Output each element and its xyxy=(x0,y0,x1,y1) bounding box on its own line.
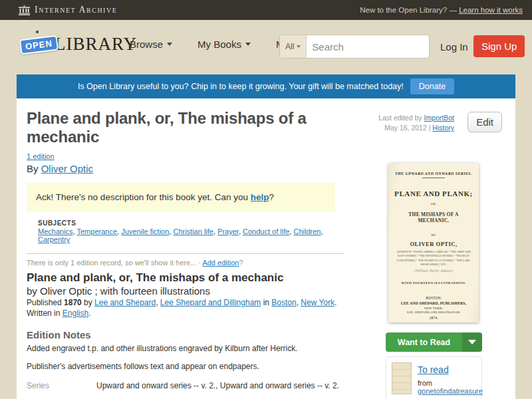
cover-by-line: BY xyxy=(393,233,474,237)
nav-browse[interactable]: Browse xyxy=(130,39,172,50)
subjects-label: Subjects xyxy=(38,219,351,227)
section-divider xyxy=(27,253,344,254)
cover-or-line: OR, xyxy=(393,202,474,205)
subject-link[interactable]: Prayer xyxy=(217,227,239,235)
nav-my-books[interactable]: My Books xyxy=(198,39,251,50)
cover-illustrations-line: WITH FOURTEEN ILLUSTRATIONS. xyxy=(393,281,474,285)
subject-link[interactable]: Juvenile fiction xyxy=(121,227,169,235)
book-cover[interactable]: THE UPWARD AND ONWARD SERIES. PLANE AND … xyxy=(388,163,479,323)
reading-log-from: from gonetofindatreasure xyxy=(418,379,483,395)
editions-count-link[interactable]: 1 edition xyxy=(27,152,55,160)
open-sign: OPEN xyxy=(19,31,53,57)
edition-byline: by Oliver Optic ; with fourteen illustra… xyxy=(27,285,351,297)
subject-link[interactable]: Mechanics xyxy=(38,227,73,235)
inline-text: , xyxy=(156,298,160,307)
edition-note: Publisher's advertisements follows text … xyxy=(27,362,351,371)
subject-link[interactable]: Conduct of life xyxy=(243,227,289,235)
subject-link[interactable]: Carpentry xyxy=(38,235,70,243)
subject-link[interactable]: Temperance xyxy=(77,227,118,235)
topbar-right-text: New to the Open Library? — xyxy=(360,6,459,14)
open-library-logo[interactable]: OPEN LIBRARY xyxy=(19,31,137,57)
cover-rule xyxy=(422,178,445,178)
book-sidebar: THE UPWARD AND ONWARD SERIES. PLANE AND … xyxy=(384,98,482,399)
edition-notice-text: ? xyxy=(239,259,243,267)
internet-archive-wordmark: Internet Archive xyxy=(35,5,117,15)
series-label: Series xyxy=(27,381,96,390)
no-description-text: ? xyxy=(269,192,275,202)
published-by: by xyxy=(82,298,94,307)
chevron-down-icon xyxy=(167,43,172,46)
edition-notice: There is only 1 edition record, so we'll… xyxy=(27,259,351,267)
reading-log-user-link[interactable]: gonetofindatreasure xyxy=(418,387,483,395)
chevron-down-icon xyxy=(468,340,476,344)
no-description-box: Ack! There's no description for this boo… xyxy=(27,183,335,211)
cover-author-line: OLIVER OPTIC, xyxy=(393,241,474,247)
no-description-text: Ack! There's no description for this boo… xyxy=(36,192,251,202)
help-link[interactable]: help xyxy=(251,192,269,202)
subjects-section: Subjects Mechanics, Temperance, Juvenile… xyxy=(38,219,351,243)
edition-title: Plane and plank, or, The mishaps of a me… xyxy=(27,271,351,285)
subject-link[interactable]: Christian life xyxy=(173,227,213,235)
inline-text: , xyxy=(321,227,323,235)
to-read-link[interactable]: To read xyxy=(418,364,449,375)
internet-archive-logo[interactable]: Internet Archive xyxy=(19,5,117,15)
published-prefix: Published xyxy=(27,298,64,307)
nail-dot-icon xyxy=(36,31,39,33)
reading-log-text: To read from gonetofindatreasure xyxy=(418,362,483,395)
series-row: Series Upward and onward series -- v. 2.… xyxy=(27,381,351,390)
search-box: All xyxy=(279,35,430,59)
cover-city1-line: BOSTON: xyxy=(393,296,474,300)
from-text: from xyxy=(418,379,432,387)
reading-log-card: To read from gonetofindatreasure xyxy=(386,356,482,399)
subject-link[interactable]: Children xyxy=(293,227,321,235)
bullet: · xyxy=(196,259,202,267)
publisher-link[interactable]: Lee Shepard and Dillingham xyxy=(160,298,261,307)
book-author-byline: By Oliver Optic xyxy=(27,163,351,174)
cover-year-line: 1874. xyxy=(393,316,474,320)
chevron-down-icon xyxy=(245,43,251,46)
publisher-link[interactable]: Lee and Shepard xyxy=(94,298,156,307)
cover-city2-line: NEW YORK: xyxy=(393,307,474,310)
donate-button[interactable]: Donate xyxy=(410,78,454,94)
log-in-link[interactable]: Log In xyxy=(440,41,468,53)
search-scope-dropdown[interactable]: All xyxy=(280,35,307,58)
donation-banner: Is Open Library useful to you? Chip in t… xyxy=(17,74,515,98)
chevron-down-icon xyxy=(297,45,301,48)
edition-notes-heading: Edition Notes xyxy=(27,329,351,340)
reading-log-thumbnail[interactable] xyxy=(392,362,412,394)
written-in-text: Written in xyxy=(27,309,63,318)
edition-note: Added engraved t.p. and other illustrati… xyxy=(27,344,351,353)
inline-text: . xyxy=(334,298,336,307)
page-title: Plane and plank, or, The mishaps of a me… xyxy=(27,98,351,146)
want-to-read-label: Want to Read xyxy=(386,332,462,352)
learn-how-link[interactable]: Learn how it works xyxy=(459,6,523,14)
library-wordmark: LIBRARY xyxy=(55,34,137,55)
written-in-line: Written in English. xyxy=(27,309,351,318)
edition-notice-text: There is only 1 edition record, so we'll… xyxy=(27,259,196,267)
search-input[interactable] xyxy=(307,41,430,53)
published-in: in xyxy=(261,298,271,307)
cover-series-line: THE UPWARD AND ONWARD SERIES. xyxy=(393,172,474,176)
cover-title-line: PLANE AND PLANK; xyxy=(393,190,474,198)
language-link[interactable]: English xyxy=(63,309,88,318)
publish-year: 1870 xyxy=(64,298,82,307)
cover-publisher2-line: LEE, SHEPARD AND DILLINGHAM. xyxy=(393,311,474,314)
want-to-read-dropdown[interactable] xyxy=(462,332,482,352)
place-link[interactable]: Boston xyxy=(271,298,296,307)
inline-text: . xyxy=(88,309,90,318)
cover-subtitle-line: THE MISHAPS OF A MECHANIC. xyxy=(393,211,474,223)
want-to-read-button[interactable]: Want to Read xyxy=(386,332,482,352)
add-edition-link[interactable]: Add edition xyxy=(202,259,239,267)
banner-message: Is Open Library useful to you? Chip in t… xyxy=(78,82,404,91)
book-main-column: Plane and plank, or, The mishaps of a me… xyxy=(27,98,351,399)
cover-publisher1-line: LEE AND SHEPARD, PUBLISHERS, xyxy=(393,301,474,305)
published-line: Published 1870 by Lee and Shepard, Lee S… xyxy=(27,298,351,307)
topbar-right-message: New to the Open Library? — Learn how it … xyxy=(360,6,523,14)
open-library-header: OPEN LIBRARY Browse My Books More All Lo… xyxy=(0,20,532,74)
author-link[interactable]: Oliver Optic xyxy=(41,163,93,174)
place-link[interactable]: New York xyxy=(301,298,334,307)
internet-archive-building-icon xyxy=(19,5,30,15)
sign-up-button[interactable]: Sign Up xyxy=(473,35,525,57)
by-prefix: By xyxy=(27,163,41,174)
book-page-card: Last edited by ImportBot May 16, 2012 | … xyxy=(17,98,515,399)
